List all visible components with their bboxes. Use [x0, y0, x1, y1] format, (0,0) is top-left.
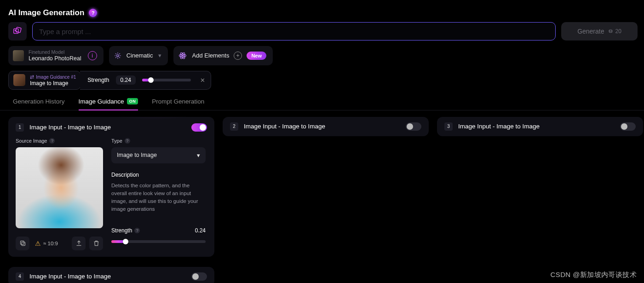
tab-prompt-generation[interactable]: Prompt Generation	[152, 94, 204, 110]
strength-row: Strength ? 0.24	[111, 227, 206, 234]
cards-area: 1 Image Input - Image to Image Source Im…	[0, 110, 644, 263]
card-title: Image Input - Image to Image	[29, 273, 186, 280]
source-image-col: Source Image? ⚠ ≈ 10:9	[16, 138, 103, 250]
card-title: Image Input - Image to Image	[458, 123, 615, 130]
add-elements-label: Add Elements	[192, 52, 229, 59]
guidance-sub-text: Image Guidance #1	[36, 75, 76, 80]
guidance-sub: ⇄ Image Guidance #1	[30, 74, 76, 80]
model-subtitle: Finetuned Model	[29, 50, 81, 55]
prompt-row: Generate 20	[0, 22, 644, 46]
prompt-input[interactable]	[39, 28, 549, 35]
upload-button[interactable]	[72, 237, 86, 250]
new-badge: New	[247, 52, 266, 60]
type-value: Image to Image	[117, 152, 157, 158]
header: AI Image Generation ?	[0, 0, 644, 22]
settings-col: Type? Image to Image ▾ Description Detec…	[111, 138, 206, 250]
warning-icon: ⚠	[35, 240, 41, 247]
image-input-card-2: 2 Image Input - Image to Image	[223, 117, 429, 136]
image-input-card-4: 4 Image Input - Image to Image	[8, 267, 214, 283]
link-icon: ⇄	[30, 74, 34, 80]
card-number: 3	[444, 122, 453, 131]
strength-value-2: 0.24	[195, 227, 206, 234]
coins-icon	[608, 29, 614, 35]
copy-button[interactable]	[16, 237, 29, 250]
style-chip[interactable]: Cinematic ▾	[109, 46, 168, 65]
source-image[interactable]	[16, 147, 103, 228]
tabs: Generation History Image Guidance ON Pro…	[0, 94, 644, 110]
generate-button[interactable]: Generate 20	[561, 22, 638, 40]
strength-label: Strength	[87, 77, 109, 83]
atom-icon	[178, 51, 187, 60]
strength-value: 0.24	[116, 75, 136, 85]
random-prompt-button[interactable]	[8, 22, 27, 40]
sparkle-icon	[114, 52, 122, 60]
close-icon[interactable]: ✕	[200, 77, 205, 84]
aspect-ratio-chip: ⚠ ≈ 10:9	[33, 240, 60, 247]
on-badge: ON	[127, 98, 138, 104]
svg-rect-10	[22, 242, 25, 246]
tab-image-guidance[interactable]: Image Guidance ON	[79, 94, 138, 110]
guidance-strength: Strength 0.24 ✕	[80, 71, 211, 90]
description-head: Description	[111, 172, 206, 178]
card-1-header: 1 Image Input - Image to Image	[16, 123, 207, 132]
delete-button[interactable]	[89, 237, 103, 250]
svg-point-9	[182, 55, 184, 56]
card-number: 2	[230, 122, 238, 131]
card-number: 4	[16, 272, 24, 281]
card-title: Image Input - Image to Image	[244, 123, 400, 130]
model-chip[interactable]: Finetuned Model Leonardo PhotoReal i	[8, 46, 104, 65]
prompt-input-wrap	[32, 22, 556, 40]
card-title: Image Input - Image to Image	[29, 124, 186, 131]
description-text: Detects the color pattern, and the overa…	[111, 182, 206, 214]
card-1-toggle[interactable]	[191, 123, 207, 132]
svg-point-2	[15, 30, 16, 31]
card-4-toggle[interactable]	[191, 272, 207, 281]
credits-value: 20	[615, 28, 621, 35]
guidance-thumb	[13, 74, 25, 86]
tab-generation-history[interactable]: Generation History	[13, 94, 65, 110]
generate-label: Generate	[577, 28, 604, 35]
image-actions: ⚠ ≈ 10:9	[16, 237, 103, 250]
model-thumb	[13, 50, 24, 61]
plus-icon[interactable]: ＋	[234, 52, 242, 60]
type-label: Type?	[111, 138, 206, 144]
watermark: CSDN @新加坡内哥谈技术	[551, 271, 637, 279]
chevron-down-icon: ▾	[197, 152, 200, 159]
card-3-toggle[interactable]	[620, 122, 636, 131]
guidance-strip: ⇄ Image Guidance #1 Image to Image Stren…	[0, 71, 644, 94]
type-select[interactable]: Image to Image ▾	[111, 147, 206, 163]
card-1-body: Source Image? ⚠ ≈ 10:9	[16, 138, 207, 250]
aspect-ratio-value: ≈ 10:9	[43, 241, 58, 246]
tab-image-guidance-label: Image Guidance	[79, 98, 124, 105]
svg-point-5	[116, 55, 119, 57]
card-number: 1	[16, 123, 24, 132]
model-name: Leonardo PhotoReal	[29, 55, 81, 62]
svg-point-3	[16, 31, 17, 32]
dice-icon	[12, 26, 23, 36]
help-badge[interactable]: ?	[89, 9, 97, 17]
source-image-label: Source Image?	[16, 138, 103, 144]
svg-rect-11	[20, 241, 24, 245]
card-2-toggle[interactable]	[406, 122, 421, 131]
image-input-card-1: 1 Image Input - Image to Image Source Im…	[8, 117, 214, 257]
guidance-chip[interactable]: ⇄ Image Guidance #1 Image to Image	[8, 71, 81, 90]
svg-point-4	[609, 29, 612, 31]
info-icon[interactable]: i	[88, 51, 97, 60]
strength-slider-2[interactable]	[111, 240, 206, 243]
style-label: Cinematic	[126, 52, 153, 59]
strength-slider[interactable]	[142, 79, 191, 81]
guidance-main: Image to Image	[30, 80, 76, 87]
image-input-card-3: 3 Image Input - Image to Image	[437, 117, 643, 136]
add-elements-chip[interactable]: Add Elements ＋ New	[173, 46, 273, 65]
page-title: AI Image Generation	[8, 8, 84, 17]
strength-label-2: Strength	[111, 227, 132, 234]
options-row: Finetuned Model Leonardo PhotoReal i Cin…	[0, 46, 644, 71]
chevron-down-icon: ▾	[158, 52, 161, 59]
generate-credits: 20	[608, 28, 621, 35]
